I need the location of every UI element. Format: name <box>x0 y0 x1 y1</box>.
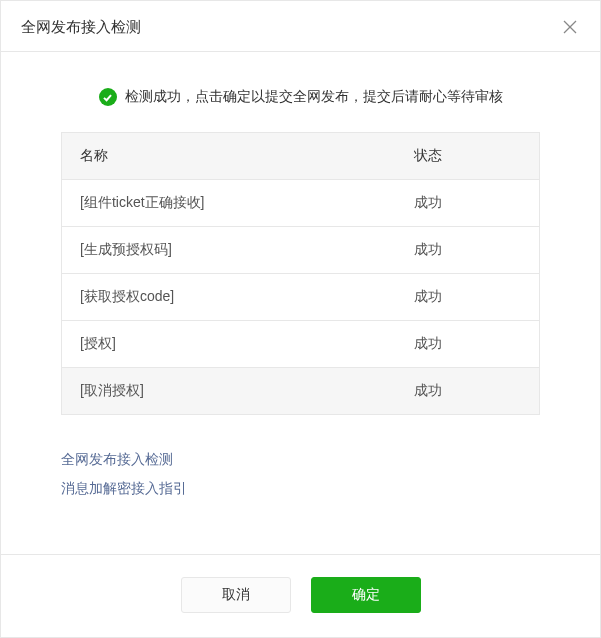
dialog-body: 检测成功，点击确定以提交全网发布，提交后请耐心等待审核 名称 状态 [组件tic… <box>1 52 600 554</box>
table-row: [生成预授权码] 成功 <box>62 227 540 274</box>
dialog: 全网发布接入检测 检测成功，点击确定以提交全网发布，提交后请耐心等待审核 名称 … <box>0 0 601 638</box>
confirm-button[interactable]: 确定 <box>311 577 421 613</box>
dialog-header: 全网发布接入检测 <box>1 1 600 52</box>
row-status: 成功 <box>396 274 539 321</box>
row-name: [授权] <box>62 321 397 368</box>
table-row: [取消授权] 成功 <box>62 368 540 415</box>
table-row: [授权] 成功 <box>62 321 540 368</box>
table-row: [获取授权code] 成功 <box>62 274 540 321</box>
close-icon <box>563 20 577 34</box>
row-name: [获取授权code] <box>62 274 397 321</box>
row-name: [生成预授权码] <box>62 227 397 274</box>
link-guide[interactable]: 消息加解密接入指引 <box>61 474 540 503</box>
status-text: 检测成功，点击确定以提交全网发布，提交后请耐心等待审核 <box>125 88 503 106</box>
status-message: 检测成功，点击确定以提交全网发布，提交后请耐心等待审核 <box>61 88 540 106</box>
table-header-status: 状态 <box>396 133 539 180</box>
cancel-button[interactable]: 取消 <box>181 577 291 613</box>
table-row: [组件ticket正确接收] 成功 <box>62 180 540 227</box>
link-detect[interactable]: 全网发布接入检测 <box>61 445 540 474</box>
dialog-footer: 取消 确定 <box>1 554 600 637</box>
success-icon <box>99 88 117 106</box>
row-status: 成功 <box>396 368 539 415</box>
links-section: 全网发布接入检测 消息加解密接入指引 <box>61 445 540 504</box>
row-status: 成功 <box>396 321 539 368</box>
results-table: 名称 状态 [组件ticket正确接收] 成功 [生成预授权码] 成功 [获取授… <box>61 132 540 415</box>
row-status: 成功 <box>396 180 539 227</box>
row-status: 成功 <box>396 227 539 274</box>
close-button[interactable] <box>560 17 580 37</box>
row-name: [取消授权] <box>62 368 397 415</box>
row-name: [组件ticket正确接收] <box>62 180 397 227</box>
table-header-name: 名称 <box>62 133 397 180</box>
dialog-title: 全网发布接入检测 <box>21 18 141 37</box>
